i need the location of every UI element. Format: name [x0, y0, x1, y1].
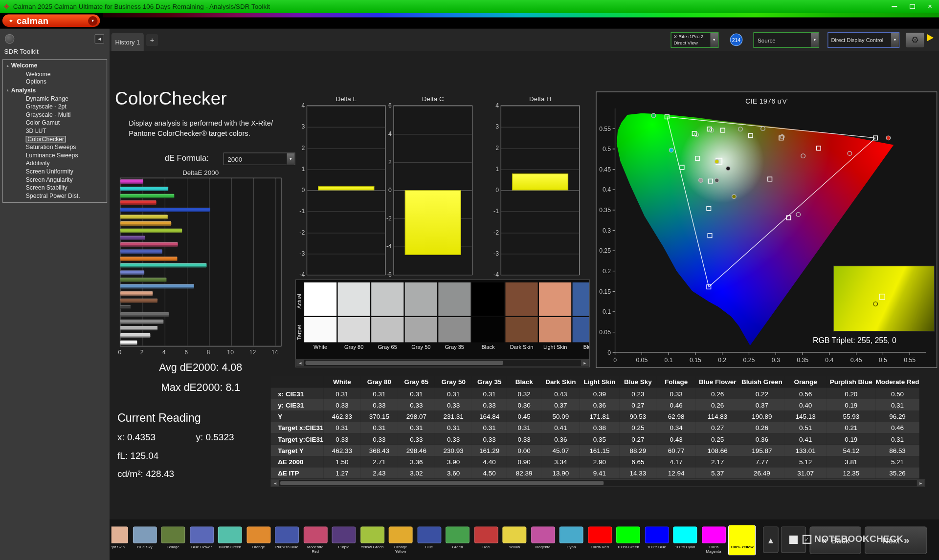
gridline — [394, 134, 472, 134]
cell-value: 0.33 — [398, 433, 435, 445]
settings-button[interactable]: ⚙ — [905, 32, 924, 48]
tree-expand-icon[interactable]: ▴ — [6, 87, 8, 92]
sidebar-item-screen-uniformity[interactable]: Screen Uniformity — [3, 168, 107, 176]
gridline — [501, 254, 579, 254]
tree-expand-icon[interactable]: ▴ — [6, 64, 8, 68]
chevron-down-icon[interactable]: ▼ — [710, 33, 718, 47]
patch-strip-scrollbar[interactable]: ◂ ▸ — [296, 359, 589, 367]
patch-button-orange-yellow[interactable]: Orange Yellow — [387, 525, 414, 555]
next-button[interactable]: Next » — [865, 527, 927, 554]
patch-button-purplish-blue[interactable]: Purplish Blue — [274, 525, 300, 555]
delta-l-title: Delta L — [298, 95, 395, 103]
sidebar-item-options[interactable]: Options — [3, 78, 107, 86]
table-row: x: CIE310.310.310.310.310.310.320.430.39… — [270, 388, 919, 399]
patch-button-cyan[interactable]: Cyan — [558, 525, 584, 555]
display-control-dropdown[interactable]: Direct Display Control ▼ — [827, 32, 899, 48]
patch-button-light-skin[interactable]: Light Skin — [112, 525, 130, 555]
de-formula-dropdown[interactable]: 2000 ▼ — [224, 152, 295, 165]
chevron-down-icon[interactable]: ▼ — [286, 153, 294, 164]
actual-swatch — [539, 282, 571, 316]
patch-button-yellow-green[interactable]: Yellow Green — [359, 525, 385, 555]
sidebar-item-luminance-sweeps[interactable]: Luminance Sweeps — [3, 151, 107, 159]
patch-button-100-red[interactable]: 100% Red — [586, 525, 613, 555]
cell-value: 0.31 — [875, 433, 919, 445]
sidebar-item-label: Welcome — [11, 63, 38, 69]
cell-value: 0.31 — [398, 422, 435, 433]
patch-button-100-green[interactable]: 100% Green — [615, 525, 642, 555]
patch-button-bluish-green[interactable]: Bluish Green — [217, 525, 243, 555]
close-button[interactable]: × — [921, 0, 939, 13]
scrollbar-thumb[interactable] — [305, 361, 503, 365]
patch-button-foliage[interactable]: Foliage — [160, 525, 186, 555]
patch-button-yellow[interactable]: Yellow — [501, 525, 528, 555]
meter-dropdown[interactable]: X-Rite i1Pro 2 Direct View ▼ — [671, 32, 718, 48]
tab-history-1[interactable]: History 1 — [112, 33, 144, 51]
target-row-label: Target — [296, 318, 304, 345]
chevron-down-icon[interactable]: ▼ — [810, 33, 819, 47]
column-header: White — [323, 376, 360, 388]
scrollbar-thumb[interactable] — [280, 481, 604, 485]
logo-menu-arrow-icon[interactable]: ▼ — [88, 16, 98, 25]
patch-button-100-blue[interactable]: 100% Blue — [644, 525, 670, 555]
target-swatch — [505, 317, 537, 342]
delta-bar — [405, 190, 461, 255]
scroll-left-icon[interactable]: ◂ — [296, 360, 304, 366]
table-scrollbar[interactable]: ◂ ▸ — [270, 479, 925, 487]
sidebar-item-screen-stability[interactable]: Screen Stability — [3, 184, 107, 192]
cell-value: 133.01 — [784, 445, 827, 456]
sidebar-collapse-button[interactable]: ◂ — [94, 34, 104, 44]
sidebar-item-screen-angularity[interactable]: Screen Angularity — [3, 175, 107, 184]
scroll-right-icon[interactable]: ▸ — [581, 360, 589, 366]
cell-value: 0.90 — [507, 456, 541, 467]
patch-button-blue-sky[interactable]: Blue Sky — [132, 525, 158, 555]
add-tab-button[interactable]: + — [146, 34, 158, 46]
patch-button-blue[interactable]: Blue — [416, 525, 442, 555]
patch-button-100-magenta[interactable]: 100% Magenta — [700, 525, 727, 555]
delta-c-chart: 6420-2-4-6 — [393, 106, 472, 276]
patch-button-100-cyan[interactable]: 100% Cyan — [672, 525, 698, 555]
avg-de-value: Avg dE2000: 4.08 — [111, 362, 291, 374]
scroll-left-icon[interactable]: ◂ — [271, 480, 279, 486]
cell-value: 171.81 — [580, 410, 620, 422]
strip-expand-button[interactable]: ▴ — [763, 527, 779, 553]
cell-value: 0.33 — [398, 399, 435, 410]
patch-button-green[interactable]: Green — [445, 525, 471, 555]
sidebar-item-3d-lut[interactable]: 3D LUT — [3, 127, 107, 135]
sidebar-item-grayscale-2pt[interactable]: Grayscale - 2pt — [3, 102, 107, 110]
sidebar-item-colorchecker[interactable]: ColorChecker — [3, 135, 107, 143]
gridline — [501, 127, 579, 128]
patch-button-magenta[interactable]: Magenta — [530, 525, 556, 555]
patch-button-orange[interactable]: Orange — [245, 525, 271, 555]
calman-logo[interactable]: ✦ calman ▼ — [2, 14, 100, 27]
stop-measure-button[interactable] — [781, 527, 806, 553]
sidebar-item-welcome[interactable]: Welcome — [3, 70, 107, 78]
patch-button-purple[interactable]: Purple — [331, 525, 357, 555]
sidebar-item-spectral-power-dist[interactable]: Spectral Power Dist. — [3, 192, 107, 200]
source-dropdown[interactable]: Source ▼ — [753, 32, 819, 48]
sidebar-item-grayscale-multi[interactable]: Grayscale - Multi — [3, 110, 107, 119]
chevron-down-icon[interactable]: ▼ — [891, 33, 899, 47]
patch-button-blue-flower[interactable]: Blue Flower — [188, 525, 215, 555]
workflow-button[interactable] — [5, 34, 15, 44]
maximize-button[interactable] — [903, 0, 921, 13]
sidebar-item-analysis[interactable]: ▴Analysis — [3, 86, 107, 94]
bar-black — [120, 305, 130, 310]
sidebar-item-label: Luminance Sweeps — [26, 152, 78, 158]
patch-button-moderate-red[interactable]: Moderate Red — [302, 525, 329, 555]
minimize-button[interactable] — [885, 0, 903, 13]
sidebar-item-dynamic-range[interactable]: Dynamic Range — [3, 94, 107, 103]
scroll-right-icon[interactable]: ▸ — [917, 480, 925, 486]
sidebar-item-color-gamut[interactable]: Color Gamut — [3, 119, 107, 127]
patch-button-100-yellow[interactable]: 100% Yellow — [729, 525, 755, 555]
sidebar-item-welcome[interactable]: ▴Welcome — [3, 62, 107, 70]
cell-value: 0.33 — [656, 388, 696, 399]
patch-button-red[interactable]: Red — [473, 525, 499, 555]
gridline — [501, 212, 579, 212]
back-button[interactable]: « Back — [810, 527, 861, 554]
sidebar-item-saturation-sweeps[interactable]: Saturation Sweeps — [3, 143, 107, 151]
cell-value: 5.12 — [784, 456, 827, 467]
sidebar-item-additivity[interactable]: Additivity — [3, 159, 107, 168]
cell-value: 164.84 — [472, 410, 507, 422]
window-title: Calman 2025 Calman Ultimate for Business… — [13, 3, 270, 10]
gridline — [307, 148, 385, 149]
